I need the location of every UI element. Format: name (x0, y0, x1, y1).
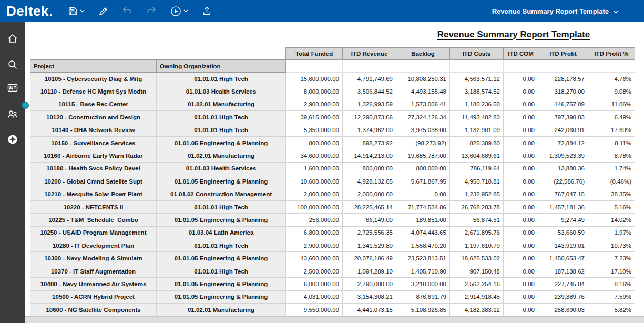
total-funded-cell: 4,031,000.00 (286, 290, 343, 303)
sidebar-item-search[interactable] (0, 56, 25, 76)
project-cell: 10115 - Base Rec Center (30, 98, 157, 110)
revenue-summary-table: Total Funded ITD Revenue Backlog ITD Cos… (30, 47, 635, 316)
report-template-selector[interactable]: Revenue Summary Report Template (492, 7, 619, 15)
table-row[interactable]: 10140 - DHA Network Review01.01.01 High … (30, 124, 635, 136)
itd-profit-cell: 227,745.84 (538, 278, 588, 290)
itd-com-cell: 0.00 (504, 149, 538, 162)
table-row[interactable]: 10400 - Navy Unmanned Air Systems01.01.0… (30, 278, 635, 290)
itd-profit-cell: 72,884.12 (538, 136, 588, 149)
itd-profit-pct-cell: 5.16% (588, 200, 635, 213)
itd-profit-pct-cell: 6.49% (588, 111, 635, 124)
table-row[interactable]: 10200 - Global Cmnd Satelite Supt01.01.0… (30, 175, 635, 188)
table-row[interactable]: 10220 - NETCENTS II01.01.01 High Tech100… (30, 200, 635, 213)
run-icon (170, 6, 181, 17)
backlog-cell: 1,558,470.20 (396, 239, 450, 252)
itd-revenue-cell: 14,914,213.00 (343, 149, 396, 162)
undo-button[interactable] (122, 3, 132, 19)
edit-button[interactable] (98, 3, 108, 19)
backlog-cell: 19,685,787.00 (396, 149, 450, 162)
teal-pin-marker[interactable] (22, 102, 29, 109)
table-row[interactable]: 10150 - Surveillance Services01.01.05 En… (30, 136, 635, 149)
backlog-cell: 3,210,000.00 (396, 278, 450, 290)
project-cell: 10370 - IT Staff Augmentation (30, 265, 157, 277)
table-row[interactable]: 10115 - Base Rec Center01.02.01 Manufact… (30, 98, 635, 110)
itd-profit-cell: 797,390.83 (538, 111, 588, 124)
owning-organization-cell: 01.01.05 Engineering & Planning (157, 175, 286, 188)
itd-com-cell: 0.00 (504, 290, 538, 303)
itd-costs-cell: 3,188,574.52 (450, 85, 504, 98)
itd-com-cell: 0.00 (504, 85, 538, 98)
sidebar-item-home[interactable] (0, 29, 25, 49)
itd-costs-cell: 1,197,610.79 (450, 239, 504, 252)
itd-com-cell: 0.00 (504, 265, 538, 277)
itd-com-cell: 0.00 (504, 175, 538, 188)
itd-revenue-cell: 1,341,529.80 (343, 239, 396, 252)
owning-organization-cell: 01.01.03 Health Services (157, 85, 286, 98)
table-row[interactable]: 10160 - Airborne Early Warn Radar01.02.0… (30, 149, 635, 162)
table-row[interactable]: 10250 - USAID Program Management01.03.04… (30, 226, 635, 239)
report-viewer: Revenue Summary Report Template Total Fu… (25, 22, 644, 323)
table-row[interactable]: 10300 - Navy Modeling & Simulatn01.01.05… (30, 252, 635, 265)
table-row[interactable]: 10280 - IT Development Plan01.01.01 High… (30, 239, 635, 252)
table-row[interactable]: 10210 - Mesquite Solar Powr Plant01.01.0… (30, 188, 635, 200)
sidebar-item-navigator[interactable] (0, 130, 25, 150)
itd-com-cell: 0.00 (504, 111, 538, 124)
itd-com-cell: 0.00 (504, 278, 538, 290)
itd-profit-pct-cell: 7.23% (588, 252, 635, 265)
column-header-project: Project (30, 60, 157, 73)
table-row[interactable]: 10110 - Defense HC Mgmt Sys Modtn01.01.0… (30, 85, 635, 98)
run-report-button[interactable] (170, 3, 188, 19)
sidebar-item-employee[interactable] (0, 79, 25, 99)
project-cell: 10150 - Surveillance Services (30, 136, 157, 149)
total-funded-cell: 9,550,000.00 (286, 304, 343, 316)
table-row[interactable]: 10225 - T&M_Schedule_Combo01.01.05 Engin… (30, 214, 635, 226)
itd-profit-pct-cell: 14.02% (588, 214, 635, 226)
itd-costs-cell: 907,150.48 (450, 265, 504, 277)
table-row[interactable]: 10105 - Cybersecurity Diag & Mitg01.01.0… (30, 73, 635, 85)
itd-profit-cell: 258,690.03 (538, 304, 588, 316)
table-row[interactable]: 10600 - NG Satellite Components01.02.01 … (30, 304, 635, 316)
itd-com-cell: 0.00 (504, 304, 538, 316)
itd-profit-cell: 53,660.59 (538, 226, 588, 239)
project-cell: 10105 - Cybersecurity Diag & Mitg (30, 73, 157, 85)
table-row[interactable]: 10370 - IT Staff Augmentation01.01.01 Hi… (30, 265, 635, 277)
itd-costs-cell: 11,493,482.83 (450, 111, 504, 124)
owning-organization-cell: 01.01.05 Engineering & Planning (157, 252, 286, 265)
itd-com-cell: 0.00 (504, 162, 538, 175)
column-header-itd-revenue: ITD Revenue (343, 48, 396, 60)
itd-costs-cell: 4,563,571.12 (450, 73, 504, 85)
project-cell: 10300 - Navy Modeling & Simulatn (30, 252, 157, 265)
project-cell: 10400 - Navy Unmanned Air Systems (30, 278, 157, 290)
owning-organization-cell: 01.01.01 High Tech (157, 111, 286, 124)
total-funded-cell: 2,900,000.00 (286, 239, 343, 252)
itd-revenue-cell: 2,725,556.35 (343, 226, 396, 239)
itd-profit-pct-cell: 4.76% (588, 73, 635, 85)
total-funded-cell: 6,000,000.00 (286, 278, 343, 290)
owning-organization-cell: 01.01.01 High Tech (157, 73, 286, 85)
save-button[interactable] (68, 3, 85, 19)
table-row[interactable]: 10500 - ACRN Hybrid Project01.01.05 Engi… (30, 290, 635, 303)
sidebar-item-people[interactable] (0, 105, 25, 125)
export-icon (202, 6, 212, 16)
toolbar-icon-group (68, 3, 212, 19)
owning-organization-cell: 01.02.01 Manufacturing (157, 149, 286, 162)
itd-revenue-cell: 2,790,000.00 (343, 278, 396, 290)
itd-profit-pct-cell: (0.46%) (588, 175, 635, 188)
owning-organization-cell: 01.01.05 Engineering & Planning (157, 214, 286, 226)
table-row[interactable]: 10120 - Construction and Design01.01.01 … (30, 111, 635, 124)
export-button[interactable] (202, 3, 212, 19)
table-row[interactable]: 10180 - Health Svcs Policy Devel01.01.03… (30, 162, 635, 175)
logo-dot (50, 14, 52, 16)
itd-revenue-cell: 20,076,186.49 (343, 252, 396, 265)
horizontal-scrollbar[interactable] (25, 316, 644, 323)
itd-revenue-cell: 28,225,465.14 (343, 200, 396, 213)
value-header-row: Total Funded ITD Revenue Backlog ITD Cos… (30, 48, 635, 60)
total-funded-cell: 256,000.00 (286, 214, 343, 226)
redo-button[interactable] (146, 3, 157, 19)
backlog-cell: 1,405,710.90 (396, 265, 450, 277)
backlog-cell: 800,000.00 (396, 162, 450, 175)
project-cell: 10180 - Health Svcs Policy Devel (30, 162, 157, 175)
save-dropdown-chevron (80, 9, 85, 13)
report-table-body: 10105 - Cybersecurity Diag & Mitg01.01.0… (30, 73, 635, 316)
owning-organization-cell: 01.01.01 High Tech (157, 265, 286, 277)
